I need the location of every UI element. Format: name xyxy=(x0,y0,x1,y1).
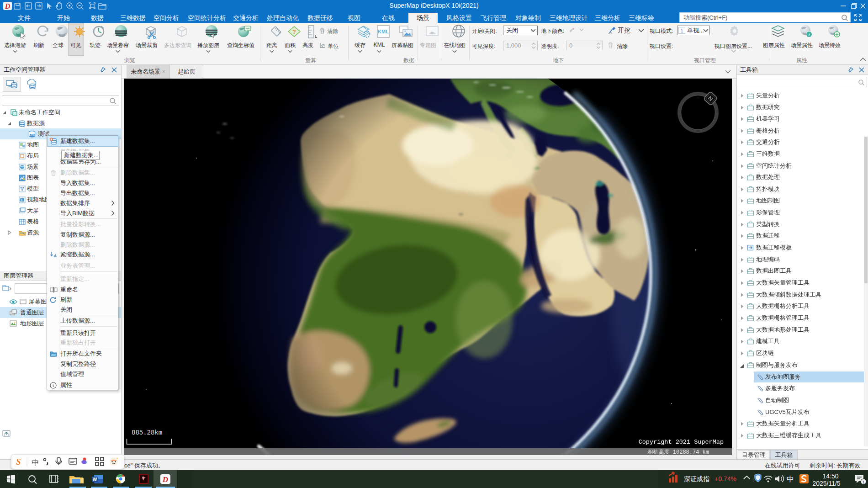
svg-text:W: W xyxy=(93,477,97,482)
svg-text:中: 中 xyxy=(787,475,794,483)
svg-text:D: D xyxy=(162,475,168,484)
svg-text:KML: KML xyxy=(378,29,389,34)
svg-text:14:50: 14:50 xyxy=(822,472,838,480)
svg-text:1: 1 xyxy=(862,480,864,484)
svg-text:2025/11/5: 2025/11/5 xyxy=(812,480,840,487)
svg-text:+0.74%: +0.74% xyxy=(715,475,736,483)
svg-text:M: M xyxy=(323,43,325,46)
svg-text:S: S xyxy=(16,457,21,467)
svg-text:深证成指: 深证成指 xyxy=(684,475,709,483)
svg-text:D: D xyxy=(5,2,11,10)
svg-text:UDB: UDB xyxy=(30,134,35,137)
svg-text:中: 中 xyxy=(32,458,39,467)
svg-text:SuperMap iDesktopX 10i(2021): SuperMap iDesktopX 10i(2021) xyxy=(389,2,478,9)
